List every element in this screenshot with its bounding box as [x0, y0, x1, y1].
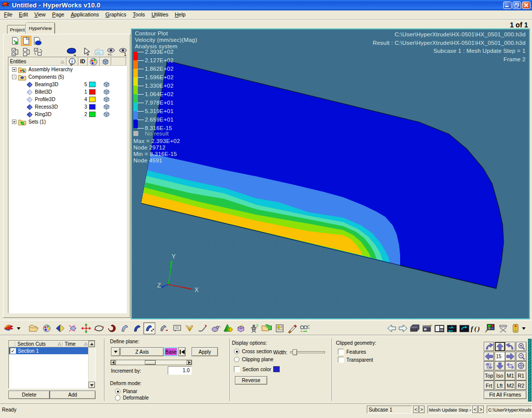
rotate-angle-field[interactable]: 15: [495, 352, 505, 361]
tree-row-ring3d[interactable]: Ring3D2: [8, 111, 126, 118]
section-table-scrollbar[interactable]: [88, 341, 95, 388]
slider-left-arrow-icon[interactable]: [111, 360, 116, 365]
features-checkbox[interactable]: Features: [338, 349, 366, 355]
section-checkbox[interactable]: ✓: [10, 348, 16, 354]
component-display-cube-icon[interactable]: [103, 111, 110, 118]
pan-down-button[interactable]: [495, 361, 505, 371]
component-display-cube-icon[interactable]: [103, 81, 110, 88]
view-iso-button[interactable]: Iso: [495, 371, 505, 381]
graphics-viewport[interactable]: Contour PlotVelocity (mm/sec)(Mag)Analys…: [131, 28, 530, 319]
close-button[interactable]: [522, 1, 531, 9]
slider-right-arrow-icon[interactable]: [187, 360, 192, 365]
diamond-arrows-button[interactable]: [67, 322, 79, 334]
marker-pen-button[interactable]: [287, 322, 299, 334]
eye-one-button[interactable]: 1: [117, 47, 128, 57]
component-color-swatch[interactable]: [89, 97, 96, 102]
tree-check-all-button[interactable]: [10, 47, 21, 57]
view-r2-button[interactable]: R2: [516, 381, 527, 390]
rotate-up-right-button[interactable]: [505, 342, 516, 351]
increment-field[interactable]: 1.0: [168, 366, 192, 375]
entity-diamond-button[interactable]: [54, 322, 66, 334]
director-chair-button[interactable]: [497, 322, 509, 334]
flip-horizontal-button[interactable]: [505, 361, 516, 371]
menu-help[interactable]: Help: [171, 10, 189, 18]
expand-icon[interactable]: +: [12, 67, 16, 72]
section-cut-button[interactable]: [299, 322, 311, 334]
delete-button[interactable]: Delete: [8, 391, 50, 399]
palette-button[interactable]: [41, 322, 53, 334]
plot-macro-button[interactable]: [484, 322, 496, 334]
section-row[interactable]: ✓ Section 1: [9, 347, 89, 354]
component-display-cube-icon[interactable]: [103, 104, 110, 110]
reverse-button[interactable]: Reverse: [235, 376, 267, 385]
tree-row-sets-1[interactable]: +Sets (1): [8, 118, 126, 126]
section-color-checkbox[interactable]: Section color: [234, 366, 271, 372]
subcase-next-button[interactable]: >: [419, 406, 425, 413]
view-m2-button[interactable]: M2: [505, 381, 516, 390]
display-cross-section-radio[interactable]: Cross section: [234, 349, 272, 354]
mouse-probe-button[interactable]: [210, 322, 221, 334]
function-fx-button[interactable]: f ( ): [471, 322, 483, 334]
pointer-button[interactable]: [81, 47, 92, 57]
pan-right-button[interactable]: [505, 352, 516, 361]
expand-icon[interactable]: +: [12, 120, 16, 124]
prev-page-arrow-button[interactable]: [386, 322, 398, 334]
pan-up-button[interactable]: [495, 342, 505, 351]
stacked-windows-button[interactable]: [409, 322, 421, 334]
view-m1-button[interactable]: M1: [505, 371, 516, 381]
new-window-button[interactable]: [421, 322, 433, 334]
eye-plusminus-button[interactable]: +/-: [106, 47, 116, 57]
subcase-field[interactable]: Subcase 1: [367, 406, 412, 414]
axis-selector[interactable]: Z Axis: [120, 347, 164, 356]
slider-thumb[interactable]: [145, 360, 156, 365]
window-undo-button[interactable]: [458, 322, 470, 334]
tree-sync-button[interactable]: [33, 47, 43, 57]
tree-row-components-5[interactable]: -Components (5): [8, 73, 126, 81]
tree-row-billet3d[interactable]: Billet3D1: [8, 88, 126, 96]
trace-component-button[interactable]: [158, 322, 170, 334]
subcase-prev-button[interactable]: <: [413, 406, 419, 413]
zoom-fit-button[interactable]: [516, 361, 527, 371]
trace-node-button[interactable]: [143, 322, 155, 334]
rewind-button[interactable]: [178, 347, 186, 356]
path-field[interactable]: C:\User\HyperXtrude': [487, 406, 532, 414]
width-slider-thumb[interactable]: [293, 349, 297, 355]
menu-page[interactable]: Page: [49, 10, 68, 18]
walk-path-light-button[interactable]: [119, 322, 131, 334]
zoom-in-button[interactable]: [516, 342, 527, 351]
zoom-out-button[interactable]: [516, 352, 527, 361]
step-next-button[interactable]: >: [478, 406, 484, 413]
step-prev-button[interactable]: <: [472, 406, 478, 413]
menu-file[interactable]: File: [0, 10, 15, 18]
tree-header-entities[interactable]: Entities: [8, 57, 67, 66]
scroll-down-icon[interactable]: [89, 382, 95, 388]
iso-cone-add-button[interactable]: [222, 322, 234, 334]
view-r1-button[interactable]: R1: [516, 371, 527, 381]
exploded-view-button[interactable]: [235, 322, 247, 334]
tree-header-id[interactable]: ID: [79, 57, 88, 66]
swap-window-button[interactable]: [446, 322, 458, 334]
restore-button[interactable]: [513, 1, 521, 9]
apply-button[interactable]: Apply: [192, 347, 218, 356]
tree-collapse-button[interactable]: [22, 47, 32, 57]
component-color-swatch[interactable]: [89, 104, 96, 110]
menu-utilities[interactable]: Utilities: [148, 10, 171, 18]
tab-hyperview[interactable]: HyperView: [26, 23, 55, 34]
new-page-button[interactable]: [21, 36, 31, 46]
measure-robot-button[interactable]: [248, 322, 260, 334]
load-model-button[interactable]: [10, 36, 20, 46]
tree-header-color[interactable]: [88, 57, 100, 66]
spin-swirl-button[interactable]: [106, 322, 118, 334]
plane-position-slider[interactable]: [110, 360, 192, 365]
collision-folders-button[interactable]: [261, 322, 273, 334]
menu-tools[interactable]: Tools: [129, 10, 148, 18]
tree-row-assembly-hierarchy[interactable]: +Assembly Hierarchy: [8, 66, 126, 73]
sc-header-section-cuts[interactable]: Section Cuts: [15, 341, 63, 347]
tree-row-recess3d[interactable]: Recess3D3: [8, 103, 126, 111]
logo-dropdown-button[interactable]: [15, 322, 21, 334]
component-color-swatch[interactable]: [89, 112, 96, 117]
component-color-swatch[interactable]: [89, 89, 96, 95]
traffic-light-button[interactable]: [510, 322, 522, 334]
sc-header-time[interactable]: Time: [63, 341, 89, 347]
tree-row-bearing3d[interactable]: Bearing3D5: [8, 81, 126, 88]
